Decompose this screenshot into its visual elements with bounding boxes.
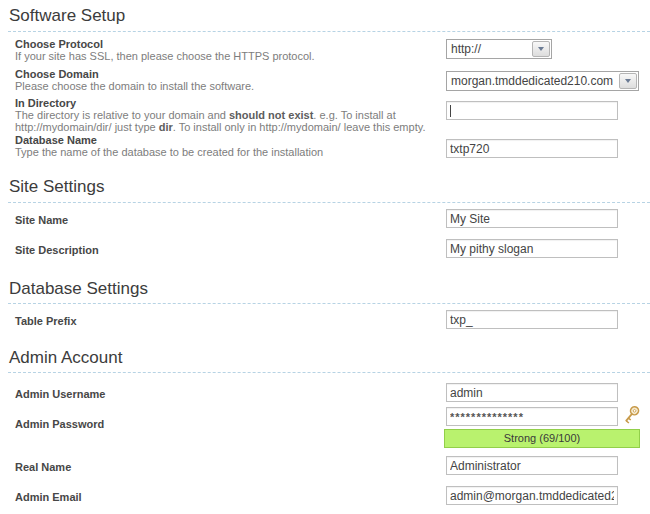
protocol-select-value: http:// bbox=[447, 42, 531, 56]
text-caret bbox=[450, 105, 451, 117]
install-form: Software Setup Choose Protocol If your s… bbox=[0, 0, 650, 514]
section-title-admin-account: Admin Account bbox=[9, 348, 122, 368]
section-divider bbox=[8, 31, 650, 32]
directory-desc-bold: should not exist bbox=[229, 109, 313, 121]
site-description-label: Site Description bbox=[15, 244, 99, 256]
choose-protocol-description: If your site has SSL, then please choose… bbox=[15, 50, 453, 62]
database-name-description: Type the name of the database to be crea… bbox=[15, 146, 453, 158]
section-title-site-settings: Site Settings bbox=[9, 177, 104, 197]
choose-domain-label: Choose Domain bbox=[15, 68, 99, 80]
admin-password-label: Admin Password bbox=[15, 418, 104, 430]
section-divider bbox=[8, 202, 650, 203]
admin-email-input[interactable] bbox=[446, 486, 618, 505]
generate-password-key-icon[interactable] bbox=[620, 403, 642, 427]
site-description-input[interactable] bbox=[446, 239, 618, 258]
section-divider bbox=[8, 303, 650, 304]
admin-username-input[interactable] bbox=[446, 383, 618, 402]
section-divider bbox=[8, 372, 650, 373]
database-name-label: Database Name bbox=[15, 134, 97, 146]
admin-email-label: Admin Email bbox=[15, 491, 82, 503]
domain-select[interactable]: morgan.tmddedicated210.com bbox=[446, 71, 639, 91]
choose-protocol-label: Choose Protocol bbox=[15, 38, 103, 50]
real-name-label: Real Name bbox=[15, 461, 71, 473]
directory-desc-part: The directory is relative to your domain… bbox=[15, 109, 229, 121]
table-prefix-label: Table Prefix bbox=[15, 315, 77, 327]
in-directory-description: The directory is relative to your domain… bbox=[15, 109, 453, 133]
password-strength-meter: Strong (69/100) bbox=[444, 429, 640, 448]
directory-desc-bold: dir bbox=[159, 121, 173, 133]
admin-password-input[interactable] bbox=[446, 407, 618, 426]
choose-domain-description: Please choose the domain to install the … bbox=[15, 80, 453, 92]
protocol-select[interactable]: http:// bbox=[446, 39, 552, 59]
section-title-software-setup: Software Setup bbox=[9, 6, 125, 26]
site-name-label: Site Name bbox=[15, 214, 68, 226]
in-directory-label: In Directory bbox=[15, 97, 76, 109]
database-name-input[interactable] bbox=[446, 139, 618, 158]
table-prefix-input[interactable] bbox=[446, 310, 618, 329]
in-directory-input[interactable] bbox=[446, 101, 618, 120]
real-name-input[interactable] bbox=[446, 456, 618, 475]
admin-username-label: Admin Username bbox=[15, 388, 105, 400]
domain-select-value: morgan.tmddedicated210.com bbox=[447, 74, 618, 88]
chevron-down-icon[interactable] bbox=[619, 73, 637, 89]
section-title-database-settings: Database Settings bbox=[9, 279, 148, 299]
chevron-down-icon[interactable] bbox=[532, 41, 550, 57]
site-name-input[interactable] bbox=[446, 209, 618, 228]
directory-desc-part: . To install only in http://mydomain/ le… bbox=[173, 121, 426, 133]
